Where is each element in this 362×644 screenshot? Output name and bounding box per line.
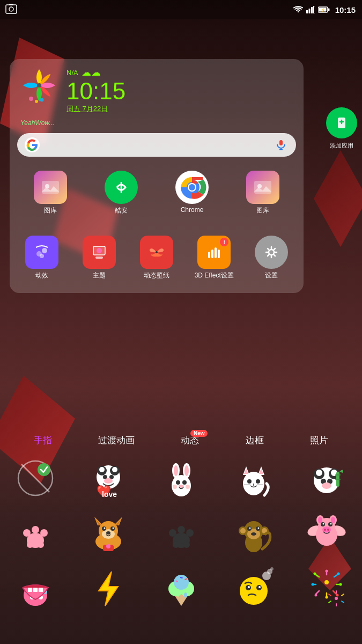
sticker-corgi[interactable] <box>82 509 135 557</box>
svg-rect-6 <box>313 6 315 13</box>
svg-line-205 <box>329 594 331 596</box>
app-settings[interactable]: 设置 <box>243 230 300 286</box>
app-gallery-1[interactable]: 图库 <box>15 165 86 221</box>
search-bar[interactable] <box>17 133 296 157</box>
gallery-1-label: 图库 <box>44 206 57 215</box>
svg-point-117 <box>106 531 110 535</box>
svg-point-131 <box>240 528 246 533</box>
svg-point-170 <box>184 592 187 598</box>
svg-point-199 <box>335 597 338 600</box>
svg-point-181 <box>270 567 274 570</box>
svg-rect-3 <box>306 10 308 13</box>
svg-rect-34 <box>95 257 103 259</box>
svg-rect-2 <box>9 4 13 5</box>
tab-photo[interactable]: 照片 <box>310 434 328 447</box>
svg-rect-25 <box>254 181 271 194</box>
wallpaper-label: 动态壁纸 <box>144 271 169 280</box>
sticker-lightning[interactable] <box>82 564 135 612</box>
svg-point-126 <box>173 541 179 548</box>
sticker-none[interactable] <box>9 454 62 502</box>
tab-finger[interactable]: 手指 <box>34 434 52 447</box>
svg-point-66 <box>104 478 113 484</box>
clock-time: 10:15 <box>67 79 293 103</box>
svg-text:⚡: ⚡ <box>321 8 326 12</box>
signature: YeahWow... <box>10 119 304 129</box>
svg-point-168 <box>174 575 189 590</box>
3deffect-label: 3D Effect设置 <box>195 271 234 280</box>
svg-point-169 <box>176 591 180 597</box>
gallery-2-label: 图库 <box>256 206 269 215</box>
weather-value: N/A <box>67 69 78 77</box>
sticker-cat[interactable] <box>227 454 280 502</box>
gallery-1-icon <box>34 171 67 204</box>
kuan-icon <box>105 171 138 204</box>
status-icons: ⚡ 10:15 <box>293 5 356 14</box>
google-g-icon <box>25 137 40 152</box>
sticker-thinking[interactable] <box>227 564 280 612</box>
chrome-icon <box>175 171 209 204</box>
svg-point-125 <box>186 529 194 537</box>
add-app-label: 添加应用 <box>330 142 353 150</box>
sticker-row-2 <box>9 506 353 560</box>
svg-point-147 <box>331 517 335 523</box>
svg-point-154 <box>327 529 329 531</box>
app-effects[interactable]: 动效 <box>13 230 70 286</box>
pinwheel-icon <box>20 67 58 104</box>
sticker-bunny[interactable] <box>154 454 208 502</box>
svg-point-182 <box>324 580 329 584</box>
svg-rect-38 <box>208 252 210 258</box>
svg-point-12 <box>29 97 33 101</box>
svg-point-102 <box>32 526 39 533</box>
svg-line-202 <box>342 601 344 603</box>
main-panel: N/A ☁☁ 10:15 周五 7月22日 YeahWow... <box>10 59 304 293</box>
app-chrome[interactable]: Chrome <box>157 165 227 221</box>
sticker-icecream[interactable] <box>154 564 208 612</box>
3deffect-icon: ! <box>197 236 231 269</box>
sticker-lips[interactable] <box>9 564 62 612</box>
sticker-paw-pink[interactable] <box>9 509 62 557</box>
app-theme[interactable]: 主题 <box>70 230 128 286</box>
svg-point-198 <box>314 573 316 575</box>
sticker-panda-love[interactable]: ❤️ love <box>82 454 135 502</box>
svg-point-138 <box>258 528 260 529</box>
svg-point-192 <box>337 573 340 575</box>
photo-status-icon <box>5 3 17 17</box>
settings-icon <box>255 236 288 269</box>
sticker-monkey[interactable] <box>227 509 280 557</box>
sticker-paw-black[interactable] <box>154 509 208 557</box>
add-app-circle-icon <box>326 107 357 138</box>
google-mic-icon[interactable] <box>274 137 289 152</box>
sticker-panda-2[interactable] <box>300 454 353 502</box>
svg-point-115 <box>104 528 105 529</box>
svg-point-13 <box>35 100 38 103</box>
sticker-row-3 <box>9 560 353 615</box>
svg-point-153 <box>324 529 326 531</box>
tab-transition[interactable]: 过渡动画 <box>98 434 135 447</box>
svg-point-36 <box>156 251 158 253</box>
app-grid-row1: 图库 酷安 <box>10 162 304 228</box>
sticker-fireworks[interactable] <box>300 564 353 612</box>
battery-icon: ⚡ <box>318 6 330 13</box>
svg-rect-27 <box>32 242 52 262</box>
tab-border[interactable]: 边框 <box>246 434 264 447</box>
app-kuan[interactable]: 酷安 <box>86 165 157 221</box>
wifi-icon <box>293 6 303 13</box>
svg-point-139 <box>251 532 256 536</box>
clock-info: N/A ☁☁ 10:15 周五 7月22日 <box>67 67 293 114</box>
svg-point-124 <box>178 526 185 533</box>
svg-point-24 <box>189 184 195 191</box>
svg-point-103 <box>40 529 48 537</box>
tab-dynamic[interactable]: 动态 New <box>181 434 199 447</box>
app-3deffect[interactable]: ! 3D Effect设置 <box>186 230 243 286</box>
svg-point-11 <box>37 83 41 87</box>
svg-text:love: love <box>102 490 117 499</box>
svg-point-63 <box>112 467 117 472</box>
add-app-button[interactable]: 添加应用 <box>321 107 362 150</box>
app-wallpaper[interactable]: 动态壁纸 <box>128 230 185 286</box>
svg-point-29 <box>42 248 47 253</box>
app-gallery-2[interactable]: 图库 <box>227 165 298 221</box>
effects-icon <box>25 236 58 269</box>
app-grid-row2: 动效 主题 <box>10 228 304 293</box>
sticker-pig[interactable] <box>300 509 353 557</box>
kuan-label: 酷安 <box>115 206 128 215</box>
